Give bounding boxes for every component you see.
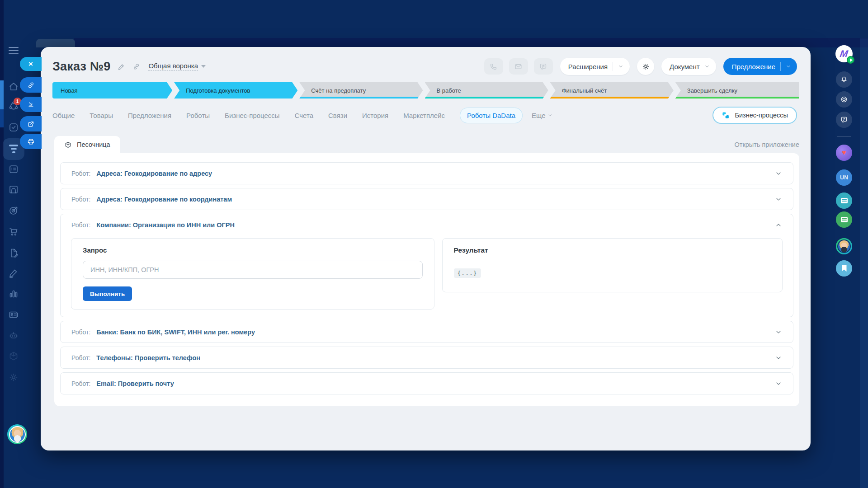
right-edge-strip [860,38,868,488]
arrow-down-right-icon [27,101,35,108]
chain-icon [132,63,140,70]
menu-hamburger-icon[interactable] [9,47,19,56]
run-button[interactable]: Выполнить [83,286,132,301]
gear-icon [642,62,650,71]
tab-invoices[interactable]: Счета [295,112,313,119]
pencil-icon [118,63,125,70]
avatar-initials: UN [840,174,848,181]
inn-input[interactable] [83,261,423,279]
robot-row-header[interactable]: Робот: Банки: Банк по БИК, SWIFT, ИНН ил… [61,321,793,343]
copilot-button[interactable] [836,91,852,108]
gear-icon [8,372,19,383]
email-button[interactable] [509,58,528,75]
settings-button[interactable] [637,58,654,75]
stage-inwork[interactable]: В работе [425,82,548,99]
document-button[interactable]: Документ [661,58,716,75]
sidebar-item-sign[interactable] [8,268,19,279]
stage-new[interactable]: Новая [52,82,172,99]
tab-general[interactable]: Общие [52,112,75,119]
tab-more[interactable]: Еще [532,112,552,119]
sidebar-item-tasks[interactable] [8,122,19,133]
open-app-link[interactable]: Открыть приложение [735,141,799,148]
tab-offers[interactable]: Предложения [128,112,171,119]
robot-name: Email: Проверить почту [96,380,174,387]
funnel-selector[interactable]: Общая воронка [148,62,198,71]
chat-avatar-messages[interactable] [836,192,852,209]
saved-messages-button[interactable] [836,260,852,277]
sidebar-item-crm[interactable] [8,205,19,216]
chat-avatar-notes[interactable] [836,211,852,228]
chat-avatar-person[interactable] [836,238,852,254]
business-processes-button[interactable]: Бизнес-процессы [712,107,797,124]
robot-row: Робот: Адреса: Геокодирование по координ… [60,188,793,210]
result-json-chip[interactable]: {...} [454,268,481,278]
tab-sandbox[interactable]: Песочница [54,136,120,153]
call-button[interactable] [484,58,503,75]
chat-transfer-button[interactable] [836,112,852,128]
bp-button-label: Бизнес-процессы [735,112,788,119]
stage-label: Подготовка документов [186,87,250,94]
chat-avatar-un[interactable]: UN [836,169,852,186]
sidebar-item-market[interactable] [8,351,19,361]
close-window-button[interactable]: × [20,57,42,71]
chevron-down-icon [775,328,782,336]
signature-pen-icon [8,268,19,279]
funnel-label: Общая воронка [148,62,198,70]
open-new-window-button[interactable] [20,116,42,131]
sidebar-item-robots[interactable] [8,330,19,341]
sidebar-item-documents[interactable] [8,248,19,258]
sidebar-item-home[interactable] [8,81,19,92]
messenger-logo[interactable]: M [835,45,853,62]
extensions-label: Расширения [568,63,608,70]
sidebar-item-company[interactable] [8,309,19,320]
robot-row: Робот: Адреса: Геокодирование по адресу [60,162,793,184]
id-card-icon [8,309,19,320]
robot-prefix: Робот: [71,380,90,387]
background-header-band [74,38,868,47]
copy-link-title-button[interactable] [132,63,140,70]
tab-history[interactable]: История [362,112,388,119]
robot-row-header[interactable]: Робот: Адреса: Геокодирование по адресу [61,163,793,184]
offer-label: Предложение [732,63,775,70]
robot-row: Робот: Банки: Банк по БИК, SWIFT, ИНН ил… [60,321,793,343]
user-avatar[interactable] [7,424,27,444]
sidebar-item-analytics[interactable] [8,288,19,299]
extensions-button[interactable]: Расширения [560,58,630,75]
sidebar-item-planner[interactable] [8,164,19,174]
stage-prepay[interactable]: Счёт на предоплату [299,82,423,99]
copy-link-button[interactable] [20,77,42,93]
cube-icon [64,141,72,149]
right-sidebar: M ♥ UN [835,0,854,488]
sidebar-item-storage[interactable] [8,184,19,195]
result-title: Результат [443,239,783,261]
robot-row-header[interactable]: Робот: Компании: Организация по ИНН или … [61,214,793,235]
sidebar-item-settings[interactable] [8,372,19,383]
chevron-down-icon [775,354,782,361]
window-header: Заказ №9 Общая воронка Расширения Докуме… [41,47,811,74]
tab-dadata-robots[interactable]: Роботы DaData [460,108,523,123]
offer-button[interactable]: Предложение [723,58,797,75]
notifications-button[interactable] [836,71,852,88]
tab-robots[interactable]: Роботы [186,112,210,119]
sidebar-item-shop[interactable] [8,226,19,237]
edit-title-button[interactable] [118,63,125,70]
chevron-down-icon [201,65,206,68]
stage-final-invoice[interactable]: Финальный счёт [550,82,674,99]
robot-row-header[interactable]: Робот: Адреса: Геокодирование по координ… [61,188,793,210]
robot-row-header[interactable]: Робот: Email: Проверить почту [61,373,793,394]
tab-links[interactable]: Связи [328,112,347,119]
robot-row-header[interactable]: Робот: Телефоны: Проверить телефон [61,347,793,368]
deal-pipeline: Новая Подготовка документов Счёт на пред… [41,82,811,99]
sidebar-item-feed[interactable] [8,145,19,155]
stage-docs[interactable]: Подготовка документов [174,82,297,99]
tab-business-processes[interactable]: Бизнес-процессы [225,112,280,119]
tab-products[interactable]: Товары [90,112,113,119]
chat-arrows-icon [840,116,848,124]
envelope-icon [514,62,523,71]
chat-avatar-heart[interactable]: ♥ [836,145,852,161]
print-button[interactable] [20,134,42,149]
tab-marketplace[interactable]: Маркетплейс [403,112,445,119]
chat-button[interactable] [534,58,553,75]
stage-close-deal[interactable]: Завершить сделку [675,82,799,99]
collapse-button[interactable] [20,97,42,112]
